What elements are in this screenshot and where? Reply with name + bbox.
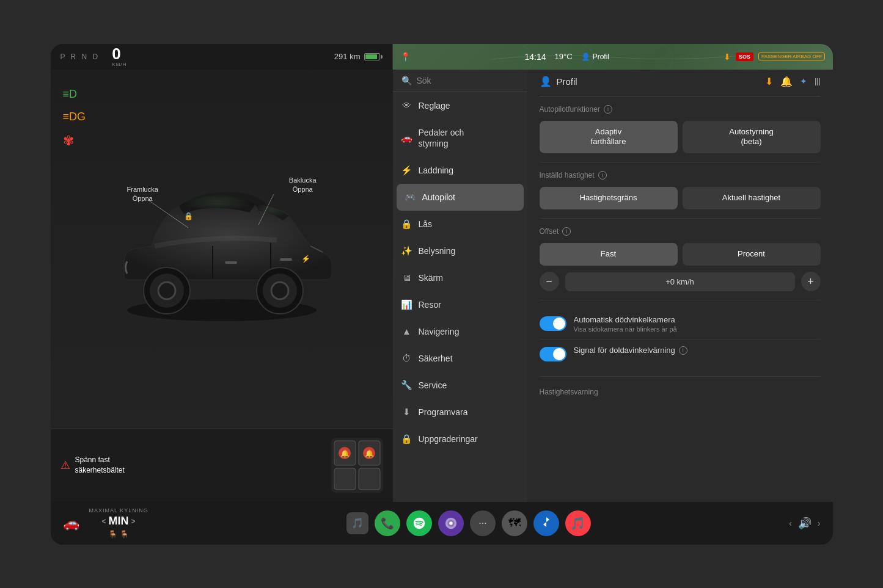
navigering-label: Navigering [419, 327, 460, 336]
bell-icon[interactable]: 🔔 [780, 76, 793, 87]
belysning-label: Belysning [419, 246, 456, 256]
cooling-value-text: MIN [109, 515, 129, 528]
resor-icon: 📊 [401, 299, 412, 310]
spotify-icon[interactable] [406, 510, 432, 536]
menu-item-autopilot[interactable]: 🎮 Autopilot [397, 184, 524, 211]
search-icon: 🔍 [401, 76, 412, 85]
nav-right-icon[interactable]: › [818, 518, 821, 528]
uppgraderingar-icon: 🔒 [401, 434, 412, 445]
settings-menu: 🔍 Sök 👁 Reglage 🚗 Pedaler ochstyrning ⚡ … [393, 70, 527, 502]
music-app-icon[interactable]: 🎵 [346, 512, 368, 534]
adaptive-cruise-button[interactable]: Adaptiv farthållare [540, 121, 678, 154]
menu-item-las[interactable]: 🔒 Lås [393, 211, 527, 238]
bottom-left: 🚗 Maximal kylning < MIN > 🪑🪑 [63, 507, 148, 539]
autopilot-functions-label: Autopilotfunktioner [540, 105, 600, 114]
offset-fixed-button[interactable]: Fast [540, 243, 678, 266]
car-bottom-icon[interactable]: 🚗 [63, 515, 79, 531]
profile-person-icon: 👤 [540, 76, 552, 87]
bottom-center-apps: 🎵 📞 ··· 🗺 [346, 510, 591, 536]
profile-header: 👤 Profil ⬇ 🔔 ✦ ||| [540, 70, 821, 96]
speed-warning-label: Hastighetsvarning [540, 382, 821, 400]
tesla-screen: P R N D 0 KM/H 291 km [51, 44, 833, 545]
settings-menu-list: 👁 Reglage 🚗 Pedaler ochstyrning ⚡ Laddni… [393, 92, 527, 502]
download-icon[interactable]: ⬇ [765, 76, 773, 87]
sakerhet-label: Säkerhet [419, 354, 453, 363]
time-display: 14:14 [525, 52, 546, 62]
range-value: 291 km [334, 52, 361, 61]
menu-item-programvara[interactable]: ⬇ Programvara [393, 399, 527, 426]
blindspot-camera-title: Automatisk dödvinkelkamera [574, 315, 821, 324]
menu-item-service[interactable]: 🔧 Service [393, 372, 527, 399]
offset-minus-button[interactable]: − [540, 272, 559, 291]
bottom-right-controls: ‹ 🔊 › [789, 517, 820, 530]
autopilot-label: Autopilot [422, 192, 455, 202]
offset-section: Offset i Fast Procent − +0 km/h + [540, 219, 821, 300]
offset-plus-button[interactable]: + [801, 272, 821, 291]
menu-item-uppgraderingar[interactable]: 🔒 Uppgraderingar [393, 426, 527, 452]
phone-icon[interactable]: 📞 [375, 510, 400, 536]
cooling-arrow-right[interactable]: > [131, 517, 136, 526]
download-icon-top: ⬇ [724, 52, 731, 62]
svg-text:🔔: 🔔 [340, 449, 349, 458]
search-bar[interactable]: 🔍 Sök [393, 70, 527, 92]
speed-setting-buttons: Hastighetsgräns Aktuell hastighet [540, 187, 821, 209]
pedaler-label: Pedaler ochstyrning [419, 127, 464, 149]
prnd-display: P R N D [60, 53, 100, 61]
menu-item-laddning[interactable]: ⚡ Laddning [393, 157, 527, 184]
signal-icon: ||| [815, 77, 820, 85]
menu-item-pedaler[interactable]: 🚗 Pedaler ochstyrning [393, 119, 527, 157]
nav-left-icon[interactable]: ‹ [789, 518, 792, 528]
framlucka-label: FramluckaÖppna [127, 185, 158, 204]
offset-value: +0 km/h [565, 272, 795, 291]
speed-limit-button[interactable]: Hastighetsgräns [540, 187, 678, 209]
offset-percent-button[interactable]: Procent [683, 243, 821, 266]
skarm-label: Skärm [419, 273, 443, 283]
menu-item-sakerhet[interactable]: ⏱ Säkerhet [393, 345, 527, 372]
more-apps-icon[interactable]: ··· [470, 510, 496, 536]
profile-header-right[interactable]: 👤 Profil [581, 53, 609, 61]
blindspot-camera-text: Automatisk dödvinkelkamera Visa sidokame… [574, 315, 821, 333]
menu-item-belysning[interactable]: ✨ Belysning [393, 238, 527, 264]
profile-right: ⬇ 🔔 ✦ ||| [765, 76, 820, 87]
svg-rect-9 [225, 261, 237, 264]
speed-setting-title: Inställd hastighet i [540, 171, 821, 180]
bluetooth-icon[interactable]: ✦ [800, 76, 807, 86]
uppgraderingar-label: Uppgraderingar [419, 434, 478, 444]
range-battery: 291 km [334, 52, 383, 61]
svg-text:🔔: 🔔 [364, 449, 373, 458]
seat-heat-icons: 🪑🪑 [108, 530, 129, 539]
autopilot-functions-section: Autopilotfunktioner i Adaptiv farthållar… [540, 96, 821, 163]
speed-value: 0 [112, 46, 126, 62]
bluetooth-app-icon[interactable] [533, 510, 559, 536]
podcast-icon[interactable] [438, 510, 464, 536]
menu-item-resor[interactable]: 📊 Resor [393, 291, 527, 318]
cooling-arrow-left[interactable]: < [102, 517, 106, 526]
blindspot-camera-toggle[interactable] [540, 316, 566, 331]
blindspot-warning-info-icon[interactable]: i [679, 346, 687, 355]
menu-item-reglage[interactable]: 👁 Reglage [393, 92, 527, 119]
profile-left: 👤 Profil [540, 76, 577, 87]
map-app-icon[interactable]: 🗺 [502, 510, 527, 536]
sos-button[interactable]: SOS [736, 53, 753, 61]
autosteer-button[interactable]: Autostyrning (beta) [683, 121, 821, 154]
speed-info-icon[interactable]: i [598, 171, 607, 180]
reglage-icon: 👁 [401, 100, 412, 111]
offset-info-icon[interactable]: i [562, 227, 571, 236]
seat-diagram: 🔔 🔔 [331, 438, 383, 493]
current-speed-button[interactable]: Aktuell hastighet [683, 187, 821, 209]
offset-title: Offset i [540, 227, 821, 236]
autopilot-info-icon[interactable]: i [604, 105, 612, 114]
vehicle-indicators: ≡D ≡DG ✾ [63, 88, 86, 149]
menu-item-navigering[interactable]: ▲ Navigering [393, 318, 527, 345]
blindspot-camera-section: Automatisk dödvinkelkamera Visa sidokame… [540, 300, 821, 377]
speed-unit: KM/H [112, 62, 126, 67]
volume-icon[interactable]: 🔊 [798, 517, 812, 530]
temp-display: 19°C [555, 52, 573, 61]
svg-point-16 [271, 282, 288, 299]
menu-item-skarm[interactable]: 🖥 Skärm [393, 264, 527, 291]
blindspot-warning-toggle[interactable] [540, 347, 566, 361]
resor-label: Resor [419, 300, 441, 310]
location-icon: 📍 [400, 52, 411, 62]
music-player-icon[interactable]: 🎵 [565, 510, 591, 536]
offset-stepper: − +0 km/h + [540, 272, 821, 291]
